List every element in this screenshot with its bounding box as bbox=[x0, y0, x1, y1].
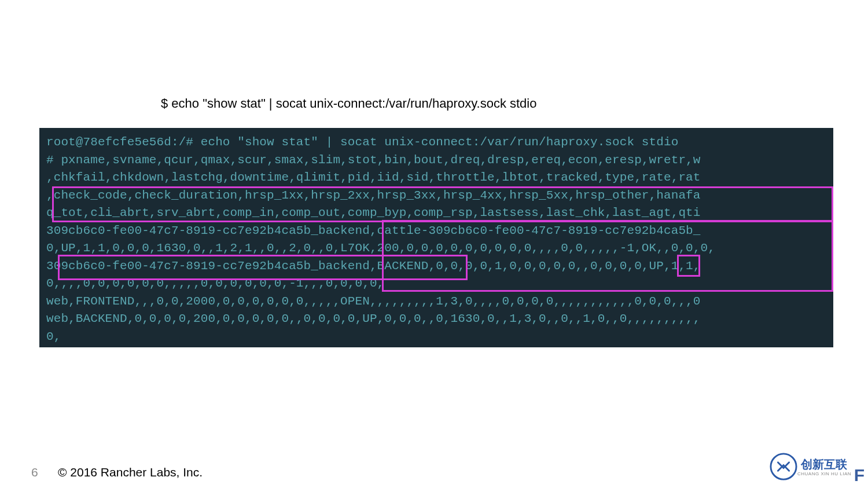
copyright-text: © 2016 Rancher Labs, Inc. bbox=[58, 465, 203, 479]
terminal-line: web,FRONTEND,,,0,0,2000,0,0,0,0,0,0,,,,,… bbox=[46, 293, 826, 311]
terminal-line: root@78efcfe5e56d:/# echo "show stat" | … bbox=[46, 134, 826, 152]
terminal-line: 309cb6c0-fe00-47c7-8919-cc7e92b4ca5b_bac… bbox=[46, 258, 826, 276]
terminal-output: root@78efcfe5e56d:/# echo "show stat" | … bbox=[39, 128, 833, 347]
watermark-logo: 创新互联 CHUANG XIN HU LIAN bbox=[770, 452, 856, 482]
terminal-line: 0,UP,1,1,0,0,0,1630,0,,1,2,1,,0,,2,0,,0,… bbox=[46, 240, 826, 258]
terminal-line: 309cb6c0-fe00-47c7-8919-cc7e92b4ca5b_bac… bbox=[46, 222, 826, 240]
terminal-line: web,BACKEND,0,0,0,0,200,0,0,0,0,0,,0,0,0… bbox=[46, 310, 826, 328]
logo-text: 创新互联 bbox=[801, 458, 847, 471]
terminal-line: ,chkfail,chkdown,lastchg,downtime,qlimit… bbox=[46, 169, 826, 187]
command-line-text: $ echo "show stat" | socat unix-connect:… bbox=[161, 96, 536, 111]
logo-text-wrap: 创新互联 CHUANG XIN HU LIAN bbox=[797, 457, 851, 476]
terminal-line: q_tot,cli_abrt,srv_abrt,comp_in,comp_out… bbox=[46, 204, 826, 222]
terminal-line: ,check_code,check_duration,hrsp_1xx,hrsp… bbox=[46, 187, 826, 205]
terminal-line: # pxname,svname,qcur,qmax,scur,smax,slim… bbox=[46, 152, 826, 170]
slide: $ echo "show stat" | socat unix-connect:… bbox=[0, 0, 868, 488]
logo-subtext: CHUANG XIN HU LIAN bbox=[797, 471, 851, 476]
svg-point-0 bbox=[771, 454, 796, 479]
page-number: 6 bbox=[31, 465, 38, 479]
logo-icon bbox=[770, 453, 797, 480]
terminal-line: 0,,,,0,0,0,0,0,0,,,,,0,0,0,0,0,0,-1,,,0,… bbox=[46, 275, 826, 293]
terminal-line: 0, bbox=[46, 328, 826, 346]
